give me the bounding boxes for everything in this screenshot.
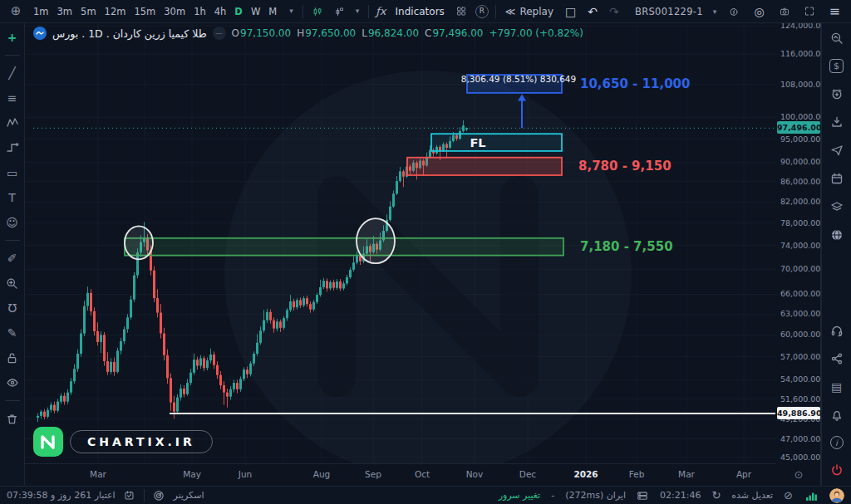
- hide-drawings-eye-icon[interactable]: [5, 375, 20, 390]
- payment-card-icon[interactable]: ▤: [829, 379, 844, 394]
- menu-icon[interactable]: ≡: [827, 3, 843, 20]
- chartix-logo: [33, 427, 63, 457]
- dollar-panel-icon[interactable]: $: [829, 59, 844, 73]
- undo-icon[interactable]: ↶: [585, 4, 600, 19]
- indicators-button[interactable]: Indicators: [393, 5, 447, 18]
- dash-separator: -: [551, 490, 554, 501]
- lock-all-tool-icon[interactable]: [5, 350, 20, 365]
- price-tick: 54,000.00: [780, 374, 820, 384]
- trend-line-tool-icon[interactable]: ╱: [5, 66, 20, 81]
- add-symbol-icon[interactable]: ⊕: [8, 4, 23, 19]
- price-tick: 116,000.00: [780, 49, 825, 58]
- ohlc-L: L96,824.00: [362, 27, 419, 39]
- download-tray-icon[interactable]: [829, 115, 844, 130]
- alert-clock-icon[interactable]: [829, 86, 844, 101]
- demand-zone-box[interactable]: [125, 238, 563, 256]
- toolbar-divider: [495, 5, 496, 18]
- timeframe-M[interactable]: M: [265, 4, 280, 19]
- user-avatar[interactable]: [829, 488, 844, 503]
- screener-radar-icon[interactable]: [153, 489, 165, 502]
- forecast-tool-icon[interactable]: [5, 140, 20, 155]
- timeframe-4h[interactable]: 4h: [211, 4, 230, 19]
- r-badge-button[interactable]: R: [475, 5, 489, 18]
- fl-zone-box[interactable]: [431, 134, 562, 151]
- price-tick: 70,000.00: [780, 264, 820, 273]
- fib-retracement-tool-icon[interactable]: ≡: [5, 91, 20, 105]
- zoom-in-tool-icon[interactable]: [5, 276, 20, 291]
- toolbar-divider: [5, 240, 20, 241]
- timeframe-D[interactable]: D: [231, 4, 246, 19]
- statusbar-divider: [144, 489, 145, 502]
- chart-style-chevron-down-icon[interactable]: ▾: [353, 6, 362, 17]
- price-tick: 57,000.00: [780, 352, 820, 361]
- adjusted-label[interactable]: تعدیل شده: [731, 490, 773, 501]
- redo-icon[interactable]: ↷: [607, 4, 622, 19]
- shapes-tool-icon[interactable]: ▭: [5, 165, 20, 180]
- chart-settings-style-icon[interactable]: [332, 4, 347, 19]
- screener-label[interactable]: اسکرینر: [174, 490, 204, 501]
- quick-actions-icon[interactable]: [726, 4, 741, 19]
- layout-grid-icon[interactable]: [454, 4, 469, 19]
- time-axis[interactable]: MarMayJunAugSepOctNovDec2026FebMarApr: [25, 463, 776, 486]
- saved-layout-name[interactable]: BRS001229-1: [635, 6, 703, 17]
- time-tick: Apr: [727, 469, 760, 479]
- timeframe-15m[interactable]: 15m: [130, 4, 159, 19]
- candlestick-style-icon[interactable]: [310, 4, 325, 19]
- magic-disabled-icon[interactable]: ⊘: [784, 489, 793, 502]
- session-time: 02:21:46: [660, 490, 701, 501]
- watchlist-search-icon[interactable]: [829, 31, 844, 46]
- price-tick: 100,000.00: [780, 112, 825, 121]
- timeframe-chevron-down-icon[interactable]: ▾: [287, 6, 296, 17]
- timeframe-12m[interactable]: 12m: [101, 4, 130, 19]
- ruler-tool-icon[interactable]: ✐: [5, 251, 20, 266]
- timeframe-5m[interactable]: 5m: [77, 4, 100, 19]
- magnet-tool-icon[interactable]: Ω: [5, 301, 20, 316]
- price-tick: 86,000.00: [780, 177, 820, 186]
- calendar-icon[interactable]: [829, 171, 844, 186]
- support-headset-icon[interactable]: [829, 323, 844, 338]
- current-price-label: 97,496.00: [777, 121, 820, 134]
- toolbar-divider: [368, 5, 369, 18]
- emoji-sticker-tool-icon[interactable]: ☺: [5, 215, 20, 230]
- price-axis[interactable]: 97,496.00 49,886.90 ⊙ 124,000.00116,000.…: [776, 23, 821, 486]
- text-tool-icon[interactable]: T: [5, 190, 20, 205]
- volume-bars-icon[interactable]: [804, 488, 819, 503]
- crosshair-tool-icon[interactable]: +: [5, 30, 20, 45]
- share-icon[interactable]: [829, 351, 844, 366]
- timeframe-W[interactable]: W: [248, 4, 263, 19]
- candlestick-chart[interactable]: 8,306.49 (8.51%) 830,64910,650 - 11,000F…: [25, 23, 776, 463]
- status-bar: اعتبار 261 روز و 07:39:58 اسکرینر تغییر …: [0, 486, 851, 504]
- refresh-icon[interactable]: ↻: [711, 489, 721, 502]
- change-server-link[interactable]: تغییر سرور: [499, 490, 540, 501]
- trash-icon[interactable]: [5, 411, 20, 426]
- timeframe-1m[interactable]: 1m: [30, 4, 52, 19]
- supply-zone-label: 8,780 - 9,150: [578, 159, 671, 174]
- price-tick: 60,000.00: [780, 330, 820, 339]
- symbol-title[interactable]: طلا کیمیا زرین کاردان . 1D . بورس: [52, 27, 207, 40]
- record-icon[interactable]: ◎: [751, 4, 766, 19]
- notifications-bell-icon[interactable]: [829, 408, 844, 423]
- layers-icon[interactable]: [829, 199, 844, 214]
- fullscreen-icon[interactable]: [802, 4, 817, 19]
- price-tick: 66,000.00: [780, 289, 820, 298]
- power-icon[interactable]: [829, 462, 844, 477]
- target-reset-icon[interactable]: ⊙: [776, 468, 821, 481]
- camera-icon[interactable]: [777, 4, 792, 19]
- timeframe-1h[interactable]: 1h: [190, 4, 209, 19]
- timeframe-30m[interactable]: 30m: [160, 4, 189, 19]
- watermark-logo: [224, 71, 632, 463]
- symbol-more-button[interactable]: —: [213, 27, 226, 40]
- xabcd-pattern-tool-icon[interactable]: [5, 115, 20, 130]
- supply-zone-box[interactable]: [407, 158, 562, 175]
- layout-square-icon[interactable]: □: [563, 4, 578, 19]
- info-icon[interactable]: i: [830, 436, 844, 449]
- replay-button[interactable]: ≪ Replay: [503, 5, 556, 18]
- globe-icon[interactable]: [829, 228, 844, 242]
- drawing-lock-tool-icon[interactable]: ✎: [5, 325, 20, 340]
- time-tick: Mar: [670, 469, 703, 479]
- credit-remaining: اعتبار 261 روز و 07:39:58: [7, 490, 116, 501]
- paper-plane-icon[interactable]: [829, 143, 844, 158]
- timeframe-3m[interactable]: 3m: [54, 4, 76, 19]
- chart-pane[interactable]: 8,306.49 (8.51%) 830,64910,650 - 11,000F…: [25, 23, 776, 463]
- layout-chevron-down-icon[interactable]: ▾: [713, 7, 717, 16]
